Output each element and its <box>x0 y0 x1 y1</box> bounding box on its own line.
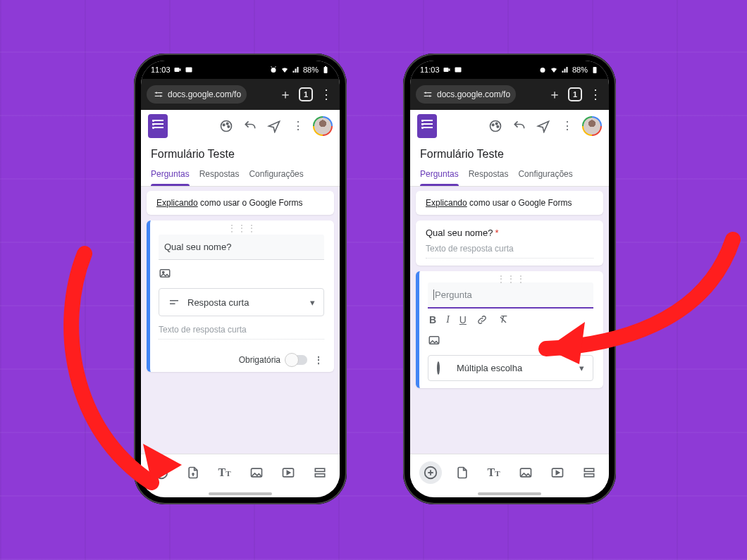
new-tab-button[interactable]: ＋ <box>278 86 293 103</box>
add-image-to-question-button[interactable] <box>428 334 593 347</box>
multiple-choice-icon <box>437 363 450 373</box>
tab-questions[interactable]: Perguntas <box>420 163 459 186</box>
battery-icon <box>321 66 330 74</box>
customize-theme-button[interactable] <box>217 117 235 135</box>
underline-button[interactable]: U <box>459 314 467 325</box>
svg-point-2 <box>271 68 276 73</box>
send-button[interactable] <box>534 117 552 135</box>
form-tabs: Perguntas Respostas Configurações <box>410 163 609 187</box>
browser-bar: docs.google.com/fo ＋ 1 ⋮ <box>141 79 340 110</box>
form-description-underlined: Explicando <box>426 198 467 208</box>
drag-handle-icon[interactable]: ⋮⋮⋮ <box>228 223 257 233</box>
question-title-input[interactable]: Qual seu nome? <box>159 235 324 260</box>
bold-button[interactable]: B <box>429 314 436 325</box>
svg-point-23 <box>429 95 431 97</box>
form-title[interactable]: Formulário Teste <box>151 148 330 161</box>
form-description-card[interactable]: Explicando como usar o Google Forms <box>416 191 603 215</box>
more-options-button[interactable]: ⋮ <box>558 117 576 135</box>
camera-notch <box>505 56 514 66</box>
tab-switcher-button[interactable]: 1 <box>568 87 582 101</box>
google-forms-logo-icon[interactable] <box>417 114 437 138</box>
svg-rect-1 <box>185 68 192 73</box>
url-bar[interactable]: docs.google.com/fo <box>416 85 516 104</box>
battery-icon <box>591 66 599 74</box>
tab-responses[interactable]: Respostas <box>199 163 240 186</box>
customize-theme-button[interactable] <box>486 117 505 135</box>
tab-responses[interactable]: Respostas <box>469 163 509 186</box>
svg-rect-3 <box>324 67 328 73</box>
url-bar[interactable]: docs.google.com/fo <box>147 85 247 104</box>
android-nav-hint <box>141 490 340 497</box>
forms-header: ⋮ <box>410 110 609 142</box>
svg-rect-0 <box>174 68 179 72</box>
chevron-down-icon: ▾ <box>310 297 315 308</box>
answer-type-label: Múltipla escolha <box>457 363 522 373</box>
form-title[interactable]: Formulário Teste <box>420 148 599 161</box>
tab-questions[interactable]: Perguntas <box>151 163 190 186</box>
question-action-bar: TT <box>141 454 340 490</box>
account-avatar[interactable] <box>313 116 333 136</box>
add-video-button[interactable] <box>546 461 569 484</box>
new-tab-button[interactable]: ＋ <box>547 86 562 103</box>
prev-answer-placeholder: Texto de resposta curta <box>426 244 593 259</box>
add-title-button[interactable]: TT <box>214 461 236 484</box>
svg-point-8 <box>223 124 225 126</box>
tab-settings[interactable]: Configurações <box>518 163 572 186</box>
account-avatar[interactable] <box>582 116 602 136</box>
screen-right: 11:03 88% docs.google.com/fo ＋ 1 ⋮ <box>410 61 609 497</box>
drag-handle-icon[interactable]: ⋮⋮⋮ <box>497 274 526 284</box>
send-button[interactable] <box>265 117 283 135</box>
undo-button[interactable] <box>241 117 259 135</box>
svg-rect-19 <box>455 68 461 73</box>
italic-button[interactable]: I <box>446 314 450 325</box>
svg-rect-18 <box>443 68 448 72</box>
svg-point-10 <box>228 125 230 127</box>
signal-icon <box>292 66 300 74</box>
clock: 11:03 <box>420 66 440 74</box>
question-title-placeholder: Pergunta <box>433 290 472 300</box>
answer-type-dropdown[interactable]: Resposta curta ▾ <box>159 288 324 316</box>
screen-left: 11:03 88% docs.google.com/fo <box>141 61 340 497</box>
import-questions-button[interactable] <box>451 461 474 484</box>
browser-menu-button[interactable]: ⋮ <box>588 87 603 102</box>
add-image-to-question-button[interactable] <box>159 267 324 280</box>
tab-switcher-button[interactable]: 1 <box>299 87 313 101</box>
svg-point-20 <box>540 68 545 73</box>
form-tabs: Perguntas Respostas Configurações <box>141 163 340 187</box>
question-title-input[interactable]: Pergunta <box>428 282 593 309</box>
previous-question-card[interactable]: Qual seu nome?* Texto de resposta curta <box>416 220 603 266</box>
form-description-rest: como usar o Google Forms <box>198 198 303 208</box>
alarm-icon <box>269 66 278 74</box>
required-toggle[interactable] <box>286 355 307 365</box>
form-description-card[interactable]: Explicando como usar o Google Forms <box>147 191 334 215</box>
add-question-button[interactable] <box>419 461 442 484</box>
messages-icon <box>454 66 462 74</box>
new-question-card[interactable]: ⋮⋮⋮ Pergunta B I U Múltipla escolha <box>416 271 603 388</box>
add-image-button[interactable] <box>514 461 537 484</box>
clear-formatting-button[interactable] <box>498 314 509 325</box>
google-forms-logo-icon[interactable] <box>148 114 168 138</box>
add-title-button[interactable]: TT <box>483 461 505 484</box>
svg-rect-16 <box>315 468 324 471</box>
import-questions-button[interactable] <box>182 461 204 484</box>
wifi-icon <box>550 66 558 74</box>
question-card[interactable]: ⋮⋮⋮ Qual seu nome? Resposta curta ▾ Text… <box>147 220 334 372</box>
answer-type-dropdown[interactable]: Múltipla escolha ▾ <box>428 355 593 381</box>
form-description-underlined: Explicando <box>156 198 198 208</box>
form-canvas: Explicando como usar o Google Forms Qual… <box>410 187 609 454</box>
add-image-button[interactable] <box>245 461 268 484</box>
link-button[interactable] <box>476 314 488 325</box>
question-more-options-button[interactable]: ⋮ <box>313 355 324 365</box>
add-question-button[interactable] <box>150 461 173 484</box>
add-video-button[interactable] <box>277 461 300 484</box>
add-section-button[interactable] <box>309 461 331 484</box>
add-section-button[interactable] <box>578 461 600 484</box>
answer-type-label: Resposta curta <box>187 297 249 308</box>
browser-menu-button[interactable]: ⋮ <box>319 87 334 102</box>
battery-percent: 88% <box>303 66 319 74</box>
tab-settings[interactable]: Configurações <box>249 163 303 186</box>
signal-icon <box>561 66 569 74</box>
undo-button[interactable] <box>510 117 529 135</box>
background-pattern <box>0 0 747 560</box>
more-options-button[interactable]: ⋮ <box>289 117 307 135</box>
